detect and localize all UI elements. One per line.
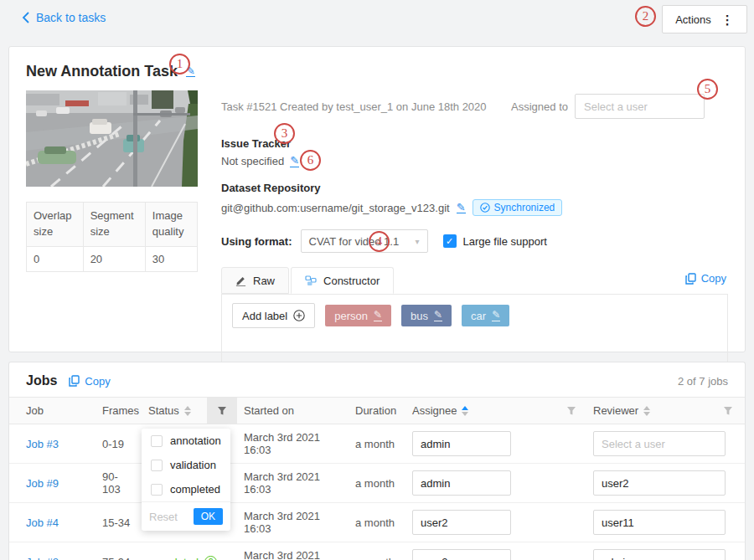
back-to-tasks-link[interactable]: Back to tasks bbox=[22, 11, 106, 24]
edit-label-icon[interactable]: ✎ bbox=[492, 310, 500, 321]
tab-constructor-label: Constructor bbox=[323, 275, 380, 287]
param-value-overlap: 0 bbox=[27, 246, 84, 271]
filter-reset-button[interactable]: Reset bbox=[149, 511, 178, 523]
unchecked-checkbox-icon bbox=[151, 460, 163, 471]
job-frames: 90-103 bbox=[96, 470, 142, 496]
assigned-to-label: Assigned to bbox=[511, 100, 568, 113]
jobs-card: Jobs Copy 2 of 7 jobs Job Frames Status … bbox=[8, 362, 746, 560]
labels-tab-bar: Raw Constructor Copy bbox=[221, 268, 728, 295]
copy-icon bbox=[685, 273, 696, 285]
reviewer-filter-icon[interactable] bbox=[723, 406, 733, 416]
job-frames: 15-34 bbox=[96, 516, 142, 529]
task-params-table: Overlap size Segment size Image quality … bbox=[26, 202, 198, 272]
label-chip-person-name: person bbox=[334, 310, 368, 322]
filter-ok-button[interactable]: OK bbox=[194, 508, 223, 525]
add-label-button-label: Add label bbox=[242, 310, 287, 322]
job-started: March 3rd 2021 16:03 bbox=[237, 510, 349, 535]
job-status: completed ? bbox=[142, 556, 207, 560]
job-link[interactable]: Job #8 bbox=[26, 556, 59, 560]
issue-tracker-label: Issue Tracker bbox=[221, 137, 728, 150]
job-row: Job #3 0-19 March 3rd 2021 16:03 a month bbox=[9, 424, 745, 464]
assignee-input[interactable] bbox=[412, 431, 511, 456]
actions-label: Actions bbox=[675, 13, 711, 26]
param-header-segment: Segment size bbox=[83, 203, 145, 247]
format-select[interactable]: CVAT for video 1.1 ▾ bbox=[301, 229, 428, 253]
job-link[interactable]: Job #4 bbox=[26, 516, 59, 529]
label-chip-car-name: car bbox=[471, 310, 486, 322]
param-value-quality: 30 bbox=[145, 246, 197, 271]
unchecked-checkbox-icon bbox=[151, 435, 163, 447]
reviewer-input[interactable] bbox=[593, 470, 726, 496]
actions-button[interactable]: Actions ⋮ bbox=[662, 5, 747, 33]
checked-checkbox-icon: ✓ bbox=[443, 234, 457, 248]
vertical-ellipsis-icon: ⋮ bbox=[721, 13, 734, 26]
column-reviewer[interactable]: Reviewer bbox=[586, 398, 745, 424]
label-chip-person[interactable]: person ✎ bbox=[325, 305, 391, 326]
copy-icon bbox=[69, 375, 80, 387]
column-started-on: Started on bbox=[237, 398, 349, 424]
label-chip-car[interactable]: car ✎ bbox=[462, 305, 509, 326]
jobs-heading: Jobs bbox=[26, 373, 57, 388]
annotation-circle-4: 4 bbox=[369, 231, 390, 252]
pencil-icon bbox=[235, 275, 246, 286]
annotation-circle-5: 5 bbox=[697, 79, 718, 100]
job-started: March 3rd 2021 16:03 bbox=[237, 470, 349, 496]
jobs-table-header: Job Frames Status Started on Duration As… bbox=[9, 397, 745, 424]
labels-copy-button[interactable]: Copy bbox=[685, 272, 726, 285]
sort-icon[interactable] bbox=[184, 406, 191, 416]
job-link[interactable]: Job #3 bbox=[26, 438, 59, 450]
column-status[interactable]: Status bbox=[142, 398, 207, 424]
job-frames: 75-94 bbox=[96, 556, 142, 560]
sync-status-badge: Synchronized bbox=[473, 199, 563, 216]
jobs-copy-button[interactable]: Copy bbox=[69, 375, 110, 388]
reviewer-input[interactable] bbox=[593, 549, 726, 560]
blocks-icon bbox=[305, 275, 317, 286]
task-details-card: New Annotation Task ✎ bbox=[8, 46, 746, 352]
reviewer-input[interactable] bbox=[593, 431, 726, 456]
large-file-support-checkbox[interactable]: ✓ Large file support bbox=[443, 234, 547, 248]
dataset-repository-label: Dataset Repository bbox=[221, 182, 728, 194]
issue-tracker-value: Not specified bbox=[221, 155, 284, 167]
column-frames: Frames bbox=[96, 398, 142, 424]
sort-icon-active[interactable] bbox=[462, 406, 468, 416]
job-started: March 3rd 2021 16:03 bbox=[237, 431, 349, 456]
assignee-filter-icon[interactable] bbox=[556, 398, 586, 424]
assigned-to-input[interactable] bbox=[575, 94, 705, 119]
question-circle-icon: ? bbox=[204, 556, 217, 560]
job-started: March 3rd 2021 16:03 bbox=[237, 549, 349, 560]
task-preview-image bbox=[26, 90, 198, 187]
add-label-button[interactable]: Add label bbox=[232, 303, 315, 328]
job-frames: 0-19 bbox=[96, 438, 142, 450]
job-link[interactable]: Job #9 bbox=[26, 477, 59, 490]
unchecked-checkbox-icon bbox=[151, 484, 163, 496]
assignee-input[interactable] bbox=[412, 510, 511, 535]
reviewer-input[interactable] bbox=[593, 510, 726, 535]
label-chip-bus[interactable]: bus ✎ bbox=[401, 305, 452, 326]
edit-issue-tracker-icon[interactable]: ✎ bbox=[290, 155, 299, 167]
job-duration: a month bbox=[349, 477, 405, 490]
filter-option-validation[interactable]: validation bbox=[142, 453, 230, 477]
labels-copy-label: Copy bbox=[701, 272, 726, 285]
annotation-circle-2: 2 bbox=[635, 6, 656, 27]
assignee-input[interactable] bbox=[412, 549, 511, 560]
filter-option-annotation[interactable]: annotation bbox=[142, 429, 230, 453]
filter-option-completed[interactable]: completed bbox=[142, 477, 230, 501]
jobs-copy-label: Copy bbox=[85, 375, 110, 388]
assignee-input[interactable] bbox=[412, 470, 511, 496]
label-chip-bus-name: bus bbox=[411, 310, 428, 322]
back-to-tasks-label: Back to tasks bbox=[36, 11, 106, 24]
jobs-count-text: 2 of 7 jobs bbox=[678, 375, 728, 388]
annotation-circle-1: 1 bbox=[169, 54, 190, 74]
column-assignee[interactable]: Assignee bbox=[405, 398, 556, 424]
edit-label-icon[interactable]: ✎ bbox=[374, 310, 382, 321]
edit-repository-icon[interactable]: ✎ bbox=[457, 202, 466, 214]
edit-label-icon[interactable]: ✎ bbox=[434, 310, 442, 321]
tab-constructor[interactable]: Constructor bbox=[291, 267, 394, 294]
status-filter-icon[interactable] bbox=[207, 398, 237, 424]
chevron-left-icon bbox=[22, 12, 29, 23]
tab-raw[interactable]: Raw bbox=[221, 267, 289, 294]
job-row: Job #4 15-34 March 3rd 2021 16:03 a mont… bbox=[9, 503, 745, 542]
sync-badge-label: Synchronized bbox=[494, 202, 555, 213]
column-duration: Duration bbox=[349, 398, 405, 424]
sort-icon[interactable] bbox=[643, 406, 650, 416]
